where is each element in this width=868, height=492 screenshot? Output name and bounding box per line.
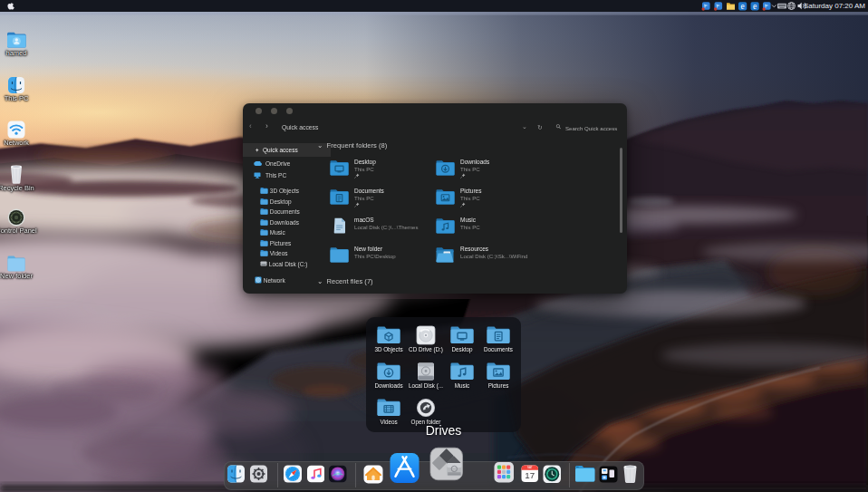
- svg-text:e: e: [753, 2, 757, 11]
- svg-text:17: 17: [525, 470, 535, 480]
- svg-text:e: e: [740, 2, 744, 11]
- svg-text:SAT: SAT: [527, 466, 533, 469]
